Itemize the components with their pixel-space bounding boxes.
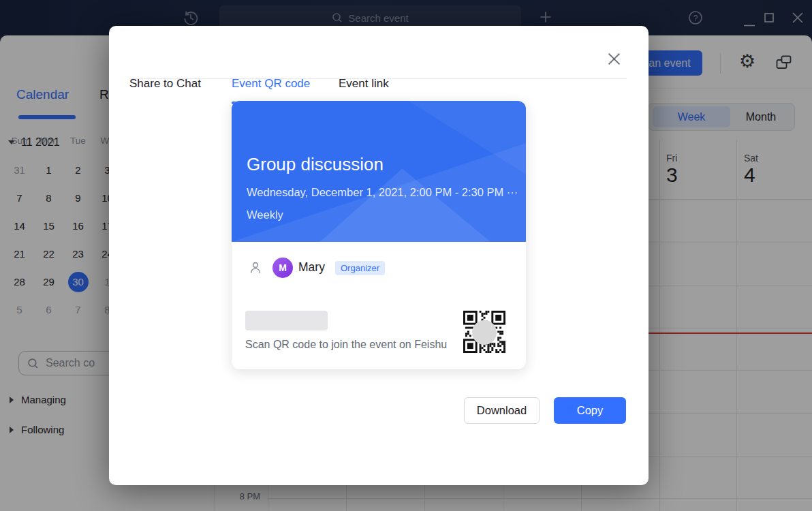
modal-tabs-divider — [129, 78, 627, 79]
modal-close-icon[interactable] — [606, 50, 622, 67]
organizer-badge: Organizer — [335, 261, 385, 275]
logo-placeholder — [245, 311, 328, 330]
organizer-name: Mary — [298, 260, 325, 275]
qr-avatar-placeholder — [472, 320, 497, 345]
event-title: Group discussion — [247, 154, 384, 175]
event-datetime: Wednesday, December 1, 2021, 2:00 PM - 2… — [247, 186, 518, 199]
app-window: Search event ? Calendar R 11 2021 SunMon… — [0, 0, 812, 511]
event-share-card: Group discussion Wednesday, December 1, … — [232, 101, 526, 369]
attendee-icon — [249, 261, 262, 277]
modal-tab-share-to-chat[interactable]: Share to Chat — [129, 77, 201, 91]
download-button[interactable]: Download — [464, 397, 540, 424]
organizer-avatar[interactable]: M — [272, 258, 293, 278]
share-event-modal: Share to Chat Event QR code Event link G… — [109, 26, 649, 485]
scan-qr-hint: Scan QR code to join the event on Feishu — [245, 339, 447, 351]
modal-tab-event-link[interactable]: Event link — [339, 77, 389, 91]
event-recurrence: Weekly — [247, 208, 283, 221]
copy-button[interactable]: Copy — [554, 397, 626, 424]
modal-tab-event-qr-code[interactable]: Event QR code — [232, 77, 310, 91]
